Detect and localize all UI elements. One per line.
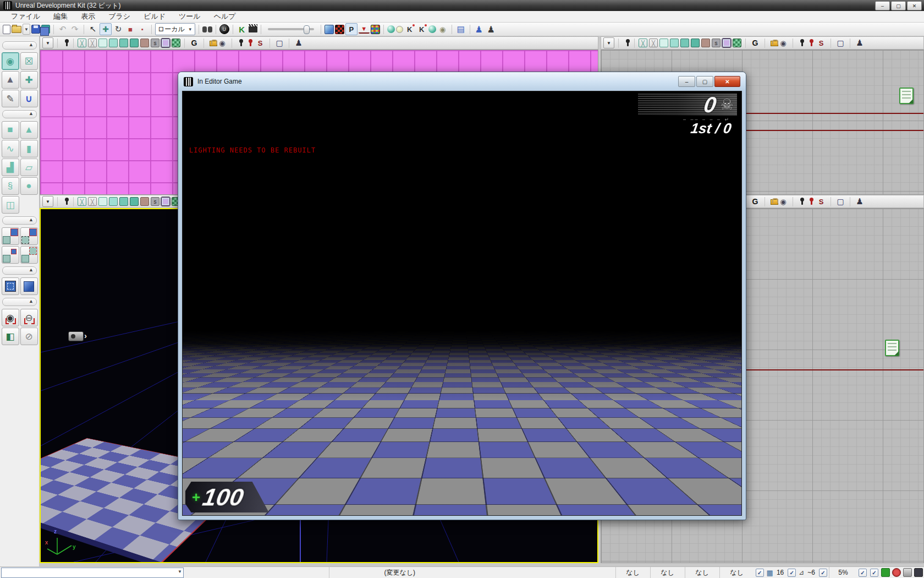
- speed-s-icon[interactable]: S: [816, 196, 827, 207]
- red-drop-icon[interactable]: ▼: [359, 25, 370, 34]
- sphere-actor-icon[interactable]: [387, 25, 395, 33]
- texture-density-view-icon[interactable]: s: [151, 197, 160, 206]
- wireframe-view-icon[interactable]: ╳: [78, 39, 86, 47]
- play-level-icon[interactable]: ♟: [486, 24, 497, 35]
- play-from-here-icon[interactable]: [806, 197, 814, 206]
- coordinate-system-combo[interactable]: ローカル▼: [155, 23, 195, 35]
- show-flags-eye-icon[interactable]: ◉: [778, 37, 789, 48]
- save-all-icon[interactable]: [41, 25, 50, 34]
- geometry-cube-wire-button[interactable]: ☒: [20, 52, 38, 70]
- save-icon[interactable]: [31, 25, 40, 34]
- play-from-here-icon[interactable]: [245, 39, 253, 47]
- game-maximize-button[interactable]: ▢: [696, 76, 713, 87]
- show-all-button[interactable]: ⊘: [20, 328, 38, 345]
- translate-tool-icon[interactable]: ✚: [100, 23, 112, 35]
- translate-widget-button[interactable]: ✚: [20, 71, 38, 89]
- frame-square-icon[interactable]: ▢: [835, 37, 846, 48]
- statusbar-selection-combo[interactable]: [1, 568, 184, 578]
- shader-complexity-view-icon[interactable]: [722, 39, 731, 47]
- open-dropdown-icon[interactable]: ▼: [23, 24, 30, 35]
- publish-button[interactable]: P: [345, 23, 358, 35]
- change-status-field[interactable]: (変更なし): [329, 567, 470, 578]
- error-indicator-icon[interactable]: [892, 568, 901, 577]
- geometry-edit-button[interactable]: ✎: [2, 90, 19, 107]
- light-complexity-view-icon[interactable]: [140, 197, 149, 206]
- note-actor-icon[interactable]: [899, 88, 914, 104]
- rotate-tool-icon[interactable]: ↻: [113, 24, 124, 35]
- texture-density-view-icon[interactable]: s: [712, 39, 721, 47]
- lighting-only-view-icon[interactable]: [130, 39, 139, 47]
- note-actor-icon[interactable]: [885, 340, 899, 356]
- matinee-list-icon[interactable]: ▤: [455, 24, 466, 35]
- mosaic-icon[interactable]: [371, 25, 380, 34]
- realtime-joystick-icon[interactable]: [62, 39, 69, 47]
- speed-s-icon[interactable]: S: [816, 37, 827, 48]
- brush-cone-button[interactable]: ▲: [20, 121, 38, 139]
- show-flags-eye-icon[interactable]: ◉: [217, 37, 228, 48]
- brush-cube-button[interactable]: ■: [2, 121, 19, 139]
- realtime-joystick-icon[interactable]: [623, 39, 630, 47]
- build-status-icon[interactable]: [914, 568, 923, 577]
- play-from-here-icon[interactable]: [806, 39, 814, 47]
- brush-wireframe-view-icon[interactable]: ╳: [88, 39, 97, 47]
- csg-deintersect-button[interactable]: [20, 246, 38, 264]
- new-level-icon[interactable]: [3, 25, 10, 34]
- possess-player-icon[interactable]: ♟: [854, 196, 865, 207]
- content-browser-icon[interactable]: [324, 25, 334, 34]
- kismet-node-icon[interactable]: K: [404, 24, 415, 35]
- unlit-view-icon[interactable]: [98, 197, 107, 206]
- brush-sheet-button[interactable]: ▱: [20, 159, 38, 176]
- show-flags-eye-icon[interactable]: ◉: [778, 196, 789, 207]
- show-selected-button[interactable]: ◉: [2, 309, 19, 326]
- lightmap-density-view-icon[interactable]: [172, 39, 180, 47]
- menu-item-0[interactable]: ファイル: [4, 10, 47, 23]
- menu-item-6[interactable]: ヘルプ: [207, 10, 243, 23]
- light-actor-icon[interactable]: [396, 26, 403, 33]
- toolbox-collapse-bar[interactable]: ▲: [2, 41, 37, 50]
- game-window-titlebar[interactable]: In Editor Game – ▢ ✕: [178, 72, 746, 91]
- camera-mode-button[interactable]: ◉: [2, 52, 19, 70]
- frame-square-icon[interactable]: ▢: [835, 196, 846, 207]
- autosave-checkbox[interactable]: [859, 569, 867, 577]
- possess-player-icon[interactable]: ♟: [293, 37, 304, 48]
- lit-view-icon[interactable]: [109, 39, 118, 47]
- maximize-button[interactable]: ▢: [891, 1, 906, 10]
- viewport-options-dropdown[interactable]: ▼: [42, 196, 53, 207]
- lit-view-icon[interactable]: [670, 39, 679, 47]
- lock-viewport-icon[interactable]: [769, 39, 776, 47]
- menu-item-1[interactable]: 編集: [47, 10, 74, 23]
- menu-item-3[interactable]: ブラシ: [102, 10, 137, 23]
- scale-nonuniform-tool-icon[interactable]: ▪: [137, 24, 148, 35]
- speed-s-icon[interactable]: S: [255, 37, 266, 48]
- toolbox-collapse-bar[interactable]: ▲: [2, 110, 37, 118]
- kismet-node2-icon[interactable]: K: [416, 24, 427, 35]
- option-checkbox[interactable]: [870, 569, 878, 577]
- brush-wireframe-view-icon[interactable]: ╳: [88, 197, 97, 206]
- game-view-button[interactable]: G: [750, 196, 761, 207]
- game-minimize-button[interactable]: –: [678, 76, 695, 87]
- autosave-icon[interactable]: [881, 568, 890, 577]
- brush-wireframe-view-icon[interactable]: ╳: [649, 39, 658, 47]
- hide-selected-button[interactable]: ⊖: [20, 309, 38, 326]
- csg-intersect-button[interactable]: [2, 246, 19, 264]
- game-close-button[interactable]: ✕: [714, 76, 740, 87]
- grid-snap-checkbox[interactable]: [756, 569, 764, 577]
- close-button[interactable]: ✕: [907, 1, 922, 10]
- menu-item-4[interactable]: ビルド: [137, 10, 172, 23]
- scale-snap-checkbox[interactable]: [819, 569, 827, 577]
- wireframe-view-icon[interactable]: ╳: [78, 197, 86, 206]
- select-tool-icon[interactable]: ↖: [87, 24, 98, 35]
- source-control-icon[interactable]: [903, 568, 912, 577]
- game-view-button[interactable]: G: [750, 37, 761, 48]
- light-eye-icon[interactable]: ◉: [437, 24, 448, 35]
- lighting-only-view-icon[interactable]: [691, 39, 700, 47]
- brush-cylinder-button[interactable]: ▮: [20, 140, 38, 157]
- game-viewport[interactable]: LIGHTING NEEDS TO BE REBUILT 0 ☠ ‒ ‒‒ ‒ …: [182, 91, 742, 516]
- drag-grid-field-1[interactable]: なし: [615, 567, 650, 578]
- detail-lighting-view-icon[interactable]: [119, 39, 128, 47]
- drag-grid-field-2[interactable]: なし: [650, 567, 685, 578]
- scale-tool-icon[interactable]: ■: [125, 24, 136, 35]
- search-binoculars-icon[interactable]: [202, 26, 212, 32]
- terrain-mode-button[interactable]: ▲: [2, 71, 19, 89]
- unlit-view-icon[interactable]: [98, 39, 107, 47]
